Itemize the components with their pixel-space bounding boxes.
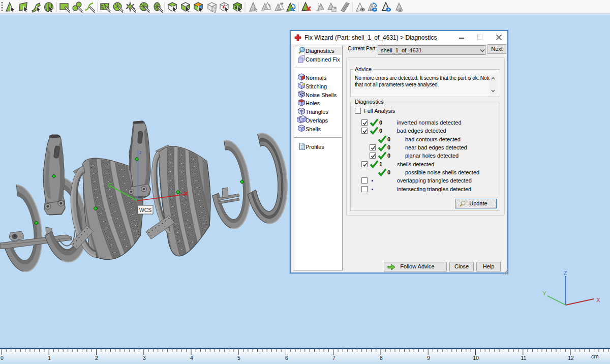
svg-text:6: 6 [285, 355, 288, 361]
svg-text:1: 1 [48, 355, 51, 361]
svg-text:8: 8 [380, 355, 383, 361]
svg-text:0: 0 [1, 355, 4, 361]
svg-text:4: 4 [190, 355, 193, 361]
svg-text:5: 5 [237, 355, 240, 361]
svg-text:z: z [139, 150, 142, 155]
svg-text:WCS: WCS [139, 207, 152, 213]
svg-text:9: 9 [427, 355, 430, 361]
svg-text:2: 2 [95, 355, 98, 361]
svg-text:3: 3 [143, 355, 146, 361]
svg-text:12: 12 [568, 355, 574, 361]
svg-text:X: X [596, 297, 600, 303]
svg-text:cm: cm [591, 353, 599, 359]
svg-text:Y: Y [542, 290, 546, 296]
svg-text:10: 10 [473, 355, 479, 361]
svg-text:7: 7 [332, 355, 336, 361]
svg-text:Z: Z [564, 270, 567, 276]
svg-text:11: 11 [521, 355, 527, 361]
